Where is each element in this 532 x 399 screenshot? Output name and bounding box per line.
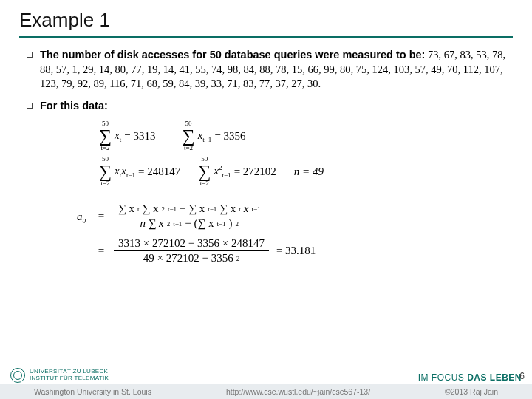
bullet-1-text: The number of disk accesses for 50 datab… (40, 48, 513, 92)
a0-lhs: a0 (77, 202, 86, 225)
fraction-symbolic: ∑ xt ∑ x2t−1 − ∑ xt−1 ∑ xtxt−1 n ∑ x2t−1… (114, 202, 265, 231)
sum-xtm1: 50 ∑ t=2 xt−1 = 3356 (183, 120, 246, 151)
university-logo: UNIVERSITÄT ZU LÜBECK INSTITUT FÜR TELEM… (10, 368, 109, 383)
bullet-2-text: For this data: (40, 99, 108, 114)
sigma-icon: 50 ∑ t=2 (198, 156, 211, 187)
seal-icon (10, 368, 25, 383)
page-number: 6 (519, 371, 525, 381)
a0-line-2: = 3313 × 272102 − 3356 × 248147 49 × 272… (96, 236, 316, 265)
slide: Example 1 The number of disk accesses fo… (0, 0, 532, 399)
attr-right: ©2013 Raj Jain (445, 387, 498, 396)
math-row-2: 50 ∑ t=2 xtxt−1 = 248147 50 ∑ t=2 x2t−1 … (99, 156, 513, 187)
a0-line-1: = ∑ xt ∑ x2t−1 − ∑ xt−1 ∑ xtxt−1 n ∑ x2t… (96, 202, 316, 231)
sum-xtm1-sq: 50 ∑ t=2 x2t−1 = 272102 (198, 156, 276, 187)
sigma-icon: 50 ∑ t=2 (183, 120, 195, 151)
square-bullet-icon (27, 52, 33, 58)
bullet-item-1: The number of disk accesses for 50 datab… (27, 48, 513, 92)
uni-line-2: INSTITUT FÜR TELEMATIK (30, 375, 109, 382)
sum-xt: 50 ∑ t=2 xt = 3313 (99, 120, 156, 151)
brand-row: UNIVERSITÄT ZU LÜBECK INSTITUT FÜR TELEM… (10, 368, 522, 383)
sigma-icon: 50 ∑ t=2 (99, 156, 112, 187)
n-value: n = 49 (294, 166, 324, 178)
a0-derivation: a0 = ∑ xt ∑ x2t−1 − ∑ xt−1 ∑ xtxt−1 (77, 202, 513, 265)
slogan: IM FOCUS DAS LEBEN (418, 372, 522, 383)
title-rule (19, 36, 513, 38)
attribution-bar: Washington University in St. Louis http:… (0, 384, 532, 399)
bullet-list: The number of disk accesses for 50 datab… (19, 48, 513, 113)
attr-url: http://www.cse.wustl.edu/~jain/cse567-13… (226, 387, 370, 396)
slide-footer: UNIVERSITÄT ZU LÜBECK INSTITUT FÜR TELEM… (0, 359, 532, 399)
bullet-1-lead: The number of disk accesses for 50 datab… (40, 49, 425, 61)
sigma-icon: 50 ∑ t=2 (99, 120, 112, 151)
a0-result: = 33.181 (276, 245, 316, 257)
fraction-numeric: 3313 × 272102 − 3356 × 248147 49 × 27210… (114, 236, 269, 265)
attr-left: Washington University in St. Louis (34, 387, 151, 396)
sum-xt-xtm1: 50 ∑ t=2 xtxt−1 = 248147 (99, 156, 180, 187)
square-bullet-icon (27, 103, 33, 109)
slide-title: Example 1 (19, 9, 513, 32)
math-row-1: 50 ∑ t=2 xt = 3313 50 ∑ t=2 xt−1 = 3356 (99, 120, 513, 151)
math-summary: 50 ∑ t=2 xt = 3313 50 ∑ t=2 xt−1 = 3356 (99, 120, 513, 265)
bullet-item-2: For this data: (27, 99, 513, 114)
